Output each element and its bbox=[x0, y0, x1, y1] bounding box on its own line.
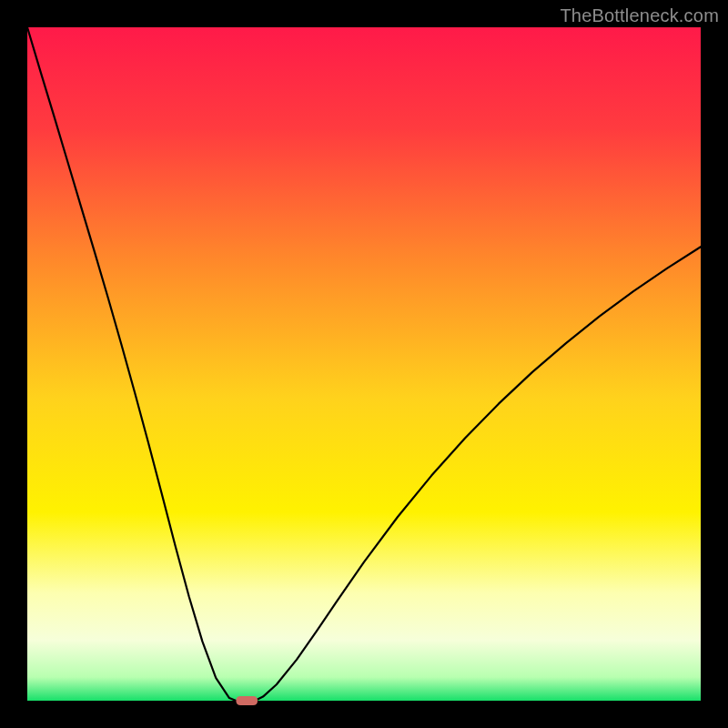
chart-container: TheBottleneck.com bbox=[0, 0, 728, 728]
watermark-text: TheBottleneck.com bbox=[560, 5, 719, 26]
bottleneck-curve-plot bbox=[0, 0, 728, 728]
